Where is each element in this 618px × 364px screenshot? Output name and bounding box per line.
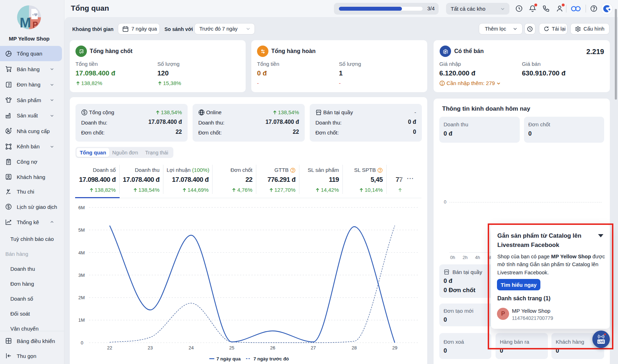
svg-text:4M: 4M (78, 250, 85, 255)
svg-text:M: M (20, 15, 31, 29)
svg-text:24: 24 (189, 345, 194, 350)
svg-text:2M: 2M (78, 295, 85, 300)
svg-text:5M: 5M (78, 227, 85, 233)
svg-text:6M: 6M (78, 205, 85, 210)
svg-text:22: 22 (107, 345, 112, 350)
svg-text:29: 29 (392, 345, 397, 350)
svg-text:3M: 3M (78, 273, 85, 278)
svg-text:7 ngày trước đó: 7 ngày trước đó (253, 356, 289, 362)
svg-text:25: 25 (229, 345, 234, 350)
svg-text:LIVE: LIVE (598, 340, 604, 343)
svg-text:27: 27 (311, 345, 316, 350)
svg-text:23: 23 (148, 345, 153, 350)
svg-text:7 ngày qua: 7 ngày qua (216, 356, 241, 362)
svg-text:P: P (32, 20, 38, 29)
svg-text:26: 26 (270, 345, 275, 350)
svg-text:28: 28 (352, 345, 357, 350)
svg-text:1M: 1M (78, 317, 85, 323)
svg-text:0: 0 (81, 340, 83, 345)
